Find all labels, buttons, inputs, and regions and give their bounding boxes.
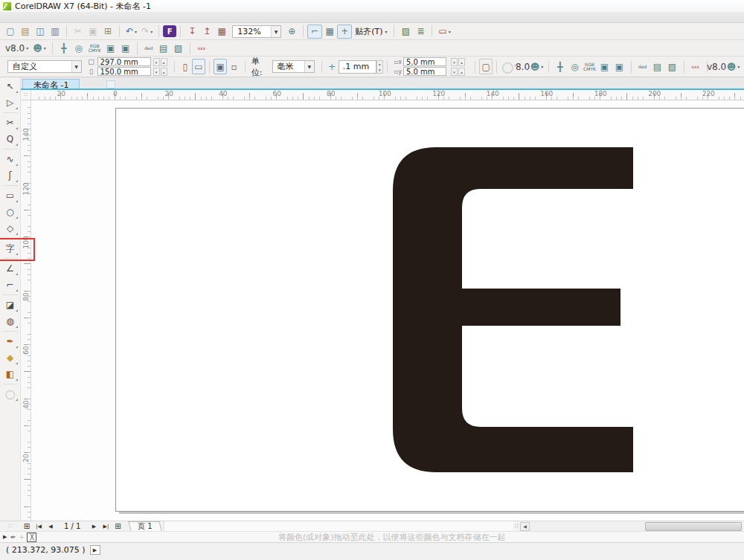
ellipse-tool[interactable]: ○ xyxy=(1,204,19,220)
workspace-button[interactable]: ▭ xyxy=(436,25,452,39)
previous-page-button[interactable]: ◀ xyxy=(45,522,57,531)
next-page-button[interactable]: ▶ xyxy=(88,522,100,531)
rectangle-tool[interactable]: ▭ xyxy=(1,187,19,204)
publish-pdf-button[interactable]: ▦ xyxy=(214,25,229,39)
nudge-spinner[interactable]: ▴▾ xyxy=(376,60,383,74)
macro-align-icon-2[interactable]: ╋ xyxy=(553,59,568,74)
letter-artwork[interactable] xyxy=(393,147,633,472)
zoom-tool[interactable]: Q xyxy=(1,131,19,147)
customize-button[interactable]: ≣ xyxy=(413,25,428,39)
macro-version-label-3[interactable]: v8.0 xyxy=(711,59,726,74)
macro-keyboard-icon[interactable]: ▤ xyxy=(156,41,171,55)
horizontal-scrollbar[interactable] xyxy=(530,522,743,531)
snap-to-button[interactable]: 贴齐(T) xyxy=(352,25,390,39)
drop-shadow-tool[interactable]: ◪ xyxy=(1,297,19,313)
copy-button[interactable]: ▣ xyxy=(86,25,100,39)
vertical-ruler[interactable]: 14012010080604020 xyxy=(21,100,31,521)
show-rulers-toggle[interactable]: ⌐ xyxy=(307,25,322,39)
page-height-spinner[interactable]: ▾▴ xyxy=(153,68,167,76)
eyedropper-tool[interactable]: ✒ xyxy=(1,333,19,350)
palette-add-icon[interactable]: + xyxy=(19,534,25,541)
redo-button[interactable]: ↷ xyxy=(139,25,155,39)
transparency-tool[interactable]: ◍ xyxy=(1,313,19,329)
page-preset-dropdown[interactable]: 自定义 ▼ xyxy=(7,60,82,73)
macro-user-icon-3[interactable]: ☻ xyxy=(726,59,741,74)
macro-layers-icon-2[interactable]: ▧ xyxy=(665,59,680,74)
full-screen-preview-button[interactable]: ⊕ xyxy=(284,25,299,39)
palette-expand-icon[interactable]: ▶ xyxy=(3,534,7,540)
ruler-origin-button[interactable]: ∷ xyxy=(21,90,31,100)
wireframe-icon[interactable]: ◯ xyxy=(501,59,514,74)
macro-version-label[interactable]: v8.0 xyxy=(3,41,31,55)
crop-tool[interactable]: ✂ xyxy=(1,115,19,131)
export-button[interactable]: ↥ xyxy=(199,25,214,39)
add-page-button-right[interactable]: ⊞ xyxy=(112,522,124,531)
treat-as-filled-button[interactable]: ▢ xyxy=(479,59,493,74)
horizontal-ruler[interactable]: 20020406080100120140160180200220 xyxy=(31,90,744,100)
chevron-down-icon[interactable]: ▼ xyxy=(71,61,81,72)
macro-layers-icon[interactable]: ▧ xyxy=(171,41,186,55)
macro-gears-icon-2[interactable]: ◎ xyxy=(568,59,583,74)
macro-doc-paste-icon-2[interactable]: ▣ xyxy=(612,59,627,74)
macro-rgb-cmyk-icon-2[interactable]: RGB CMYK xyxy=(583,59,597,74)
paste-button[interactable]: ⊞ xyxy=(100,25,115,39)
new-document-button[interactable]: ▢ xyxy=(3,25,18,39)
macro-keyboard-icon-2[interactable]: ▤ xyxy=(650,59,665,74)
options-button[interactable]: ▨ xyxy=(398,25,413,39)
show-grid-toggle[interactable]: ▦ xyxy=(322,25,337,39)
page-tab[interactable]: 页 1 xyxy=(129,521,162,531)
text-tool[interactable]: 字 xyxy=(1,240,19,257)
scroll-left-button[interactable]: ◀ xyxy=(520,522,530,531)
fill-tool[interactable]: ◆ xyxy=(1,350,19,366)
ruler-splitter-icon[interactable]: ∷ xyxy=(0,523,21,530)
portrait-button[interactable]: ▯ xyxy=(179,59,192,74)
macro-gears-icon[interactable]: ◎ xyxy=(71,41,86,55)
pick-tool[interactable]: ↖ xyxy=(1,78,19,94)
current-page-button[interactable]: ▫ xyxy=(227,59,240,74)
scrollbar-splitter[interactable]: ∷ xyxy=(513,523,520,530)
save-button[interactable]: ◫ xyxy=(33,25,48,39)
new-document-tab-button[interactable] xyxy=(106,80,115,88)
units-dropdown[interactable]: 毫米 ▼ xyxy=(272,60,315,73)
canvas[interactable] xyxy=(31,100,744,521)
dimension-tool[interactable]: ∠ xyxy=(1,260,19,277)
all-pages-button[interactable]: ▣ xyxy=(214,59,227,74)
add-page-button-left[interactable]: ⊞ xyxy=(21,522,33,531)
last-page-button[interactable]: ▶| xyxy=(100,522,112,531)
page[interactable] xyxy=(115,108,744,512)
connector-tool[interactable]: ⌐ xyxy=(1,277,19,293)
macro-doc-copy-icon[interactable]: ▣ xyxy=(103,41,118,55)
print-button[interactable]: ▥ xyxy=(48,25,62,39)
macro-doc-copy-icon-2[interactable]: ▣ xyxy=(597,59,612,74)
macro-version-label-2[interactable]: v8.0 xyxy=(515,59,530,74)
macro-rgb-cmyk-icon[interactable]: RGB CMYK xyxy=(86,41,103,55)
horizontal-scrollbar-thumb[interactable] xyxy=(645,522,742,531)
macro-user-icon[interactable]: ☻ xyxy=(31,41,48,55)
palette-eyedropper-icon[interactable]: ✒ xyxy=(10,533,16,541)
open-button[interactable]: ▤ xyxy=(18,25,33,39)
duplicate-x-field[interactable]: 5.0 mm xyxy=(403,57,446,66)
macro-xxx-icon[interactable]: xxx xyxy=(194,41,209,55)
freehand-tool[interactable]: ∿ xyxy=(1,151,19,167)
page-width-field[interactable]: 297.0 mm xyxy=(97,57,151,66)
polygon-tool[interactable]: ◇ xyxy=(1,220,19,236)
macro-ded-icon-2[interactable]: ded xyxy=(635,59,650,74)
first-page-button[interactable]: |◀ xyxy=(33,522,45,531)
import-button[interactable]: ↧ xyxy=(185,25,199,39)
cut-button[interactable]: ✂ xyxy=(71,25,86,39)
zoom-level-combo[interactable]: 132% ▼ xyxy=(232,25,281,38)
chevron-down-icon[interactable]: ▼ xyxy=(304,61,314,72)
artistic-media-tool[interactable]: ʃ xyxy=(1,167,19,184)
corel-connect-button[interactable]: F xyxy=(163,25,176,37)
outline-tool[interactable]: ◯ xyxy=(1,386,19,402)
interactive-fill-tool[interactable]: ◧ xyxy=(1,366,19,382)
no-color-swatch[interactable]: ╳ xyxy=(27,532,36,542)
chevron-down-icon[interactable]: ▼ xyxy=(271,26,280,37)
macro-doc-paste-icon[interactable]: ▣ xyxy=(118,41,133,55)
show-guidelines-toggle[interactable]: + xyxy=(337,25,352,39)
duplicate-y-field[interactable]: 5.0 mm xyxy=(403,67,446,76)
page-width-spinner[interactable]: ▾▴ xyxy=(153,58,167,66)
status-expand-button[interactable]: ▶ xyxy=(90,545,100,555)
macro-ded-icon[interactable]: ded xyxy=(141,41,156,55)
page-height-field[interactable]: 150.0 mm xyxy=(97,67,151,76)
